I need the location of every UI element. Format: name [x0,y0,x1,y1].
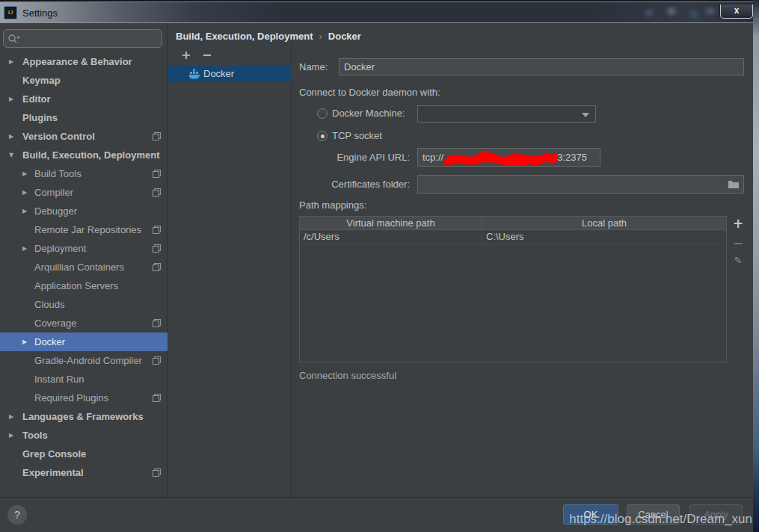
engine-api-url-field[interactable]: tcp:// 3:2375 [417,148,600,167]
connect-daemon-label: Connect to Docker daemon with: [299,85,440,100]
tcp-socket-radio[interactable] [317,131,328,141]
background-window-edge [753,0,759,532]
chevron-right-icon[interactable]: ▶ [22,202,27,220]
sidebar-item-required-plugins[interactable]: Required Plugins [0,389,168,407]
add-docker-button[interactable]: + [177,48,195,62]
breadcrumb-parent[interactable]: Build, Execution, Deployment [176,31,313,42]
sidebar-item-keymap[interactable]: Keymap [0,71,168,90]
folder-icon [728,179,740,189]
browse-folder-button[interactable] [728,178,741,190]
sidebar-item-label: Required Plugins [34,389,108,407]
sidebar-item-build-execution-deployment[interactable]: ▼Build, Execution, Deployment [0,146,168,164]
help-button[interactable]: ? [7,505,27,525]
tcp-socket-label[interactable]: TCP socket [332,129,382,143]
remove-docker-button[interactable]: − [198,48,216,62]
edit-mapping-button[interactable]: ✎ [729,255,747,274]
sidebar-item-instant-run[interactable]: Instant Run [0,370,168,389]
sidebar-item-label: Remote Jar Repositories [34,220,141,239]
column-header-1[interactable]: Virtual machine path [300,217,482,229]
sidebar-item-label: Clouds [34,295,64,314]
table-cell: /c/Users [300,230,482,244]
sidebar-item-label: Plugins [22,108,58,127]
path-mappings-table: Virtual machine pathLocal path /c/UsersC… [299,216,727,362]
sidebar-item-editor[interactable]: ▶Editor [0,90,168,108]
redaction-scribble [443,150,557,167]
table-header-row[interactable]: Virtual machine pathLocal path [300,217,726,230]
chevron-right-icon[interactable]: ▶ [22,332,27,351]
sidebar-item-compiler[interactable]: ▶Compiler [0,183,168,202]
ok-button[interactable]: OK [563,504,618,525]
remove-mapping-button[interactable]: − [729,235,747,255]
docker-instance-item[interactable]: Docker [168,66,292,82]
shared-settings-icon [153,132,161,140]
sidebar-item-deployment[interactable]: ▶Deployment [0,239,168,258]
docker-whale-icon [188,69,200,79]
breadcrumb: Build, Execution, Deployment›Docker [176,29,361,44]
docker-instance-label: Docker [203,66,234,82]
sidebar-item-build-tools[interactable]: ▶Build Tools [0,164,168,183]
sidebar-item-label: Debugger [34,202,77,220]
chevron-right-icon[interactable]: ▶ [22,183,27,202]
sidebar-item-label: Docker [34,332,65,351]
chevron-right-icon[interactable]: ▶ [22,239,27,258]
sidebar-item-coverage[interactable]: Coverage [0,314,168,332]
footer-bar: ? OK Cancel Apply [0,497,753,532]
connection-status: Connection successful [299,370,396,381]
sidebar-item-label: Build Tools [34,164,82,183]
sidebar-item-version-control[interactable]: ▶Version Control [0,127,168,146]
shared-settings-icon [153,319,161,327]
sidebar-item-arquillian-containers[interactable]: Arquillian Containers [0,258,168,276]
sidebar-item-label: Experimental [22,463,84,482]
certificates-folder-field[interactable] [417,175,744,194]
sidebar-item-experimental[interactable]: Experimental [0,463,168,482]
breadcrumb-separator-icon: › [313,31,328,42]
sidebar-item-label: Languages & Frameworks [22,407,144,426]
shared-settings-icon [153,170,161,178]
add-mapping-button[interactable]: + [729,216,747,235]
chevron-right-icon[interactable]: ▶ [22,164,27,183]
chevron-right-icon[interactable]: ▶ [9,407,13,426]
table-row[interactable]: /c/UsersC:\Users [300,230,726,244]
chevron-right-icon[interactable]: ▶ [9,52,13,71]
sidebar-item-remote-jar-repositories[interactable]: Remote Jar Repositories [0,220,168,239]
sidebar-item-application-servers[interactable]: Application Servers [0,276,168,295]
sidebar-item-appearance-behavior[interactable]: ▶Appearance & Behavior [0,52,168,71]
sidebar-item-label: Gradle-Android Compiler [34,351,142,370]
sidebar-item-label: Version Control [22,127,95,146]
docker-machine-radio[interactable] [317,108,328,119]
apply-button: Apply [689,504,743,525]
sidebar-item-gradle-android-compiler[interactable]: Gradle-Android Compiler [0,351,168,370]
sidebar-item-languages-frameworks[interactable]: ▶Languages & Frameworks [0,407,168,426]
sidebar-item-label: Application Servers [34,276,118,295]
sidebar-item-label: Build, Execution, Deployment [22,146,159,164]
sidebar-item-clouds[interactable]: Clouds [0,295,168,314]
sidebar-item-label: Coverage [34,314,76,332]
name-field[interactable]: Docker [339,58,744,75]
cancel-button[interactable]: Cancel [627,504,680,525]
sidebar-item-grep-console[interactable]: Grep Console [0,445,168,463]
close-button[interactable]: x [720,4,753,19]
chevron-down-icon[interactable]: ▼ [9,146,13,164]
intellij-logo-icon: IJ [4,6,17,19]
docker-machine-combobox[interactable] [417,105,596,123]
chevron-down-icon [582,113,589,117]
sidebar-item-label: Tools [22,426,48,445]
sidebar-item-tools[interactable]: ▶Tools [0,426,168,445]
sidebar-item-debugger[interactable]: ▶Debugger [0,202,168,220]
chevron-right-icon[interactable]: ▶ [9,90,13,108]
chevron-right-icon[interactable]: ▶ [9,127,13,146]
docker-instances-panel: + − Docker [168,45,292,497]
path-mappings-label: Path mappings: [299,198,366,213]
title-bar[interactable]: IJ Settings x [0,0,753,23]
chevron-right-icon[interactable]: ▶ [9,426,13,445]
sidebar-item-docker[interactable]: ▶Docker [0,332,168,351]
shared-settings-icon [153,226,161,234]
column-header-2[interactable]: Local path [482,217,726,229]
search-input[interactable] [23,31,158,46]
shared-settings-icon [153,188,161,197]
sidebar-item-plugins[interactable]: Plugins [0,108,168,127]
table-toolbar: + − ✎ [729,216,747,274]
search-box[interactable] [3,29,162,48]
docker-machine-label[interactable]: Docker Machine: [332,106,405,121]
sidebar-item-label: Deployment [34,239,86,258]
